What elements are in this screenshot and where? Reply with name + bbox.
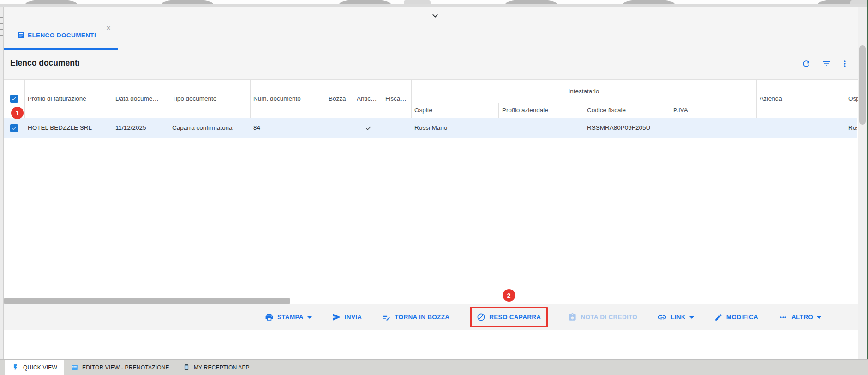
edit-note-icon xyxy=(382,313,391,321)
chevron-down-icon xyxy=(307,316,312,319)
close-tab-icon[interactable]: × xyxy=(106,24,111,32)
app-screen: ELENCO DOCUMENTI × Elenco documenti Prof… xyxy=(0,0,868,375)
column-header-num-documento[interactable]: Num. documento xyxy=(253,79,323,118)
clipped-card xyxy=(623,0,675,4)
top-clipped-content xyxy=(0,0,868,4)
collapse-panel-chevron-icon[interactable] xyxy=(430,10,441,21)
clipped-card xyxy=(404,0,431,4)
column-header-bozza[interactable]: Bozza xyxy=(329,79,352,118)
tab-quick-view[interactable]: QUICK VIEW xyxy=(5,360,64,375)
table-row[interactable]: HOTEL BEDZZLE SRL 11/12/2025 Caparra con… xyxy=(4,118,857,138)
cell-num-documento: 84 xyxy=(253,118,323,138)
modifica-button[interactable]: MODIFICA xyxy=(714,313,758,321)
quick-view-label: QUICK VIEW xyxy=(23,364,57,371)
column-header-data-documento[interactable]: Data docume… xyxy=(115,79,166,118)
torna-in-bozza-label: TORNA IN BOZZA xyxy=(395,314,449,321)
more-vert-icon[interactable] xyxy=(840,59,850,68)
cell-data-documento: 11/12/2025 xyxy=(115,118,167,138)
column-header-codice-fiscale[interactable]: Codice fiscale xyxy=(587,103,666,118)
column-header-anticipo[interactable]: Antic… xyxy=(357,79,381,118)
link-icon xyxy=(658,313,667,322)
credit-note-icon xyxy=(568,313,577,321)
column-group-header-intestatario: Intestatario xyxy=(411,79,756,103)
stampa-button[interactable]: STAMPA xyxy=(265,313,312,321)
page-title: Elenco documenti xyxy=(10,58,80,68)
column-header-ospite[interactable]: Ospite xyxy=(414,103,495,118)
reso-caparra-label: RESO CAPARRA xyxy=(489,314,541,321)
view-switcher-taskbar: QUICK VIEW EDITOR VIEW - PRENOTAZIONE MY… xyxy=(0,359,868,375)
clipped-card xyxy=(25,0,77,4)
cell-tipo-documento: Caparra confirmatoria xyxy=(172,118,248,138)
nota-di-credito-label: NOTA DI CREDITO xyxy=(581,314,637,321)
modifica-label: MODIFICA xyxy=(726,314,758,321)
filter-icon[interactable] xyxy=(822,59,831,68)
bolt-icon xyxy=(12,364,19,371)
column-header-ospite-clipped[interactable]: Osp xyxy=(848,79,858,118)
tab-elenco-documenti[interactable]: ELENCO DOCUMENTI × xyxy=(7,26,118,47)
print-icon xyxy=(265,313,274,321)
pagination-bar: Risultati per pagina 50 1-1 di 1 xyxy=(4,330,858,359)
cell-anticipo-check-icon xyxy=(354,118,383,138)
left-clipped-sidebar xyxy=(0,7,4,359)
torna-in-bozza-button[interactable]: TORNA IN BOZZA xyxy=(382,313,449,321)
annotation-badge-2: 2 xyxy=(503,289,515,302)
active-tab-underline xyxy=(4,48,118,50)
my-reception-app-label: MY RECEPTION APP xyxy=(194,364,250,371)
column-header-profilo-aziendale[interactable]: Profilo aziendale xyxy=(502,103,581,118)
horizontal-scrollbar-thumb[interactable] xyxy=(4,298,290,304)
column-header-tipo-documento[interactable]: Tipo documento xyxy=(172,79,247,118)
vertical-scrollbar-thumb[interactable] xyxy=(859,45,866,125)
chevron-down-icon xyxy=(689,316,694,319)
vertical-scrollbar-track[interactable] xyxy=(858,7,867,359)
annotation-badge-1: 1 xyxy=(11,107,24,119)
select-all-checkbox[interactable] xyxy=(10,95,18,103)
cell-profilo-fatturazione: HOTEL BEDZZLE SRL xyxy=(28,118,111,138)
stampa-label: STAMPA xyxy=(277,314,304,321)
action-toolbar: STAMPA INVIA TORNA IN BOZZA 2 RESO CAPAR… xyxy=(4,304,858,330)
column-header-azienda[interactable]: Azienda xyxy=(760,79,843,118)
clipped-card xyxy=(850,0,868,4)
tab-my-reception-app[interactable]: MY RECEPTION APP xyxy=(176,360,257,375)
altro-label: ALTRO xyxy=(791,314,813,321)
clipped-card xyxy=(162,0,213,4)
refresh-icon[interactable] xyxy=(802,59,811,68)
nota-di-credito-button[interactable]: NOTA DI CREDITO xyxy=(568,313,637,321)
chevron-down-icon xyxy=(817,316,821,319)
send-icon xyxy=(332,313,341,321)
tab-label: ELENCO DOCUMENTI xyxy=(28,32,96,39)
cell-ospite: Rossi Mario xyxy=(414,118,497,138)
editor-form-icon xyxy=(71,364,78,371)
invia-button[interactable]: INVIA xyxy=(332,313,362,321)
block-icon xyxy=(477,313,485,321)
document-list-icon xyxy=(17,30,25,42)
cell-ospite-clipped: Ros xyxy=(848,118,857,138)
more-horiz-icon xyxy=(778,313,788,322)
reso-caparra-button[interactable]: 2 RESO CAPARRA xyxy=(470,307,548,327)
row-checkbox[interactable] xyxy=(10,124,18,132)
column-header-profilo-di-fatturazione[interactable]: Profilo di fatturazione xyxy=(28,79,108,118)
invia-label: INVIA xyxy=(345,314,362,321)
cell-codice-fiscale: RSSMRA80P09F205U xyxy=(587,118,670,138)
edit-icon xyxy=(714,313,723,321)
column-header-fiscale[interactable]: Fisca… xyxy=(385,79,409,118)
link-button[interactable]: LINK xyxy=(658,313,694,322)
altro-button[interactable]: ALTRO xyxy=(778,313,821,322)
clipped-card xyxy=(339,0,391,4)
tab-editor-view-prenotazione[interactable]: EDITOR VIEW - PRENOTAZIONE xyxy=(64,360,176,375)
link-label: LINK xyxy=(670,314,686,321)
editor-view-label: EDITOR VIEW - PRENOTAZIONE xyxy=(82,364,169,371)
clipped-card xyxy=(505,0,557,4)
smartphone-icon xyxy=(183,364,190,371)
top-divider-band xyxy=(0,4,868,7)
column-header-piva[interactable]: P.IVA xyxy=(673,103,753,118)
